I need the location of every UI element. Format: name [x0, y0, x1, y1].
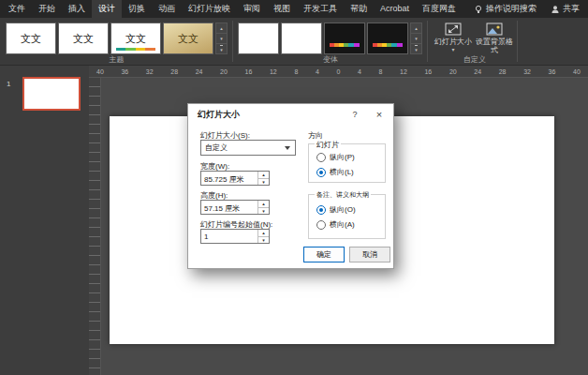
- spin-down-icon[interactable]: ▾: [258, 179, 269, 186]
- notes-group-label: 备注、讲义和大纲: [315, 190, 371, 200]
- width-spinner[interactable]: 85.725 厘米 ▴ ▾: [200, 171, 270, 186]
- notes-orientation-group: 备注、讲义和大纲 纵向(O) 横向(A): [308, 194, 386, 239]
- tab-acrobat[interactable]: Acrobat: [374, 0, 416, 18]
- theme-thumbnail-3[interactable]: 文文: [110, 22, 161, 54]
- slide-number: 1: [7, 80, 10, 88]
- theme-thumbnail-4[interactable]: 文文: [163, 22, 213, 54]
- themes-gallery-scroll: ▴ ▾ ▾: [215, 22, 228, 54]
- tab-developer[interactable]: 开发工具: [297, 0, 344, 18]
- spin-up-icon[interactable]: ▴: [258, 201, 269, 208]
- slides-landscape-radio[interactable]: 横向(L): [316, 167, 354, 177]
- start-number-spinner[interactable]: 1 ▴ ▾: [200, 229, 270, 244]
- theme-thumbnail-2[interactable]: 文文: [58, 22, 109, 54]
- slide-size-dropdown-value: 自定义: [205, 142, 228, 153]
- themes-scroll-down-icon[interactable]: ▾: [215, 34, 228, 44]
- person-icon: [551, 5, 560, 14]
- radio-checked-icon: [316, 205, 326, 215]
- tell-me-label: 操作说明搜索: [486, 3, 537, 15]
- variant-thumbnail-3[interactable]: [324, 22, 365, 54]
- cancel-button[interactable]: 取消: [349, 247, 390, 262]
- help-icon[interactable]: ?: [343, 104, 367, 125]
- slides-orientation-group: 幻灯片 纵向(P) 横向(L): [308, 143, 386, 183]
- variants-scroll-down-icon[interactable]: ▾: [410, 34, 422, 44]
- variants-group-label: 变体: [238, 54, 423, 66]
- slide-size-icon: [445, 20, 462, 38]
- customize-group-label: 自定义: [433, 54, 517, 66]
- slides-group-label: 幻灯片: [315, 140, 341, 150]
- spin-down-icon[interactable]: ▾: [258, 237, 269, 244]
- height-spinner[interactable]: 57.15 厘米 ▴ ▾: [200, 200, 270, 215]
- slides-portrait-radio[interactable]: 纵向(P): [316, 152, 355, 162]
- menubar: 文件 开始 插入 设计 切换 动画 幻灯片放映 审阅 视图 开发工具 帮助 Ac…: [0, 0, 588, 18]
- theme-thumbnail-1[interactable]: 文文: [6, 22, 56, 54]
- variants-gallery-scroll: ▴ ▾ ▾: [410, 22, 422, 54]
- start-number-value: 1: [201, 230, 257, 243]
- tab-animations[interactable]: 动画: [152, 0, 182, 18]
- variant-thumbnail-1[interactable]: [238, 22, 279, 54]
- variant-color-strip: [373, 43, 403, 47]
- tab-transitions[interactable]: 切换: [122, 0, 152, 18]
- spin-down-icon[interactable]: ▾: [258, 208, 269, 215]
- tab-home[interactable]: 开始: [32, 0, 62, 18]
- theme-sample-text: 文文: [21, 32, 41, 46]
- radio-checked-icon: [316, 168, 326, 177]
- share-button[interactable]: 共享: [551, 3, 580, 15]
- horizontal-ruler: 4036 3228 2420 1612 84 04 812 1620 2428 …: [89, 66, 588, 78]
- slide-size-dropdown[interactable]: 自定义: [200, 140, 296, 156]
- variants-more-icon[interactable]: ▾: [410, 44, 422, 54]
- ribbon-design: 文文 文文 文文 文文 ▴ ▾ ▾ 主题 ▴ ▾ ▾: [0, 18, 588, 66]
- radio-icon: [316, 153, 326, 162]
- tab-help[interactable]: 帮助: [344, 0, 374, 18]
- vertical-ruler: [89, 78, 101, 375]
- slide-1-thumbnail[interactable]: [22, 77, 81, 111]
- spin-up-icon[interactable]: ▴: [258, 230, 269, 237]
- group-divider: [232, 21, 233, 62]
- powerpoint-window: 文件 开始 插入 设计 切换 动画 幻灯片放映 审阅 视图 开发工具 帮助 Ac…: [0, 0, 588, 375]
- lightbulb-icon: [474, 5, 483, 14]
- tell-me-search[interactable]: 操作说明搜索: [474, 3, 537, 15]
- group-divider: [517, 21, 518, 62]
- height-value: 57.15 厘米: [201, 201, 257, 214]
- chevron-down-icon: ▾: [451, 46, 454, 54]
- variants-scroll-up-icon[interactable]: ▴: [410, 22, 422, 34]
- themes-group-label: 主题: [6, 54, 228, 66]
- ok-button[interactable]: 确定: [303, 247, 345, 262]
- tab-view[interactable]: 视图: [267, 0, 297, 18]
- theme-sample-text: 文文: [125, 32, 146, 46]
- close-icon[interactable]: ×: [365, 104, 393, 125]
- share-label: 共享: [563, 3, 580, 15]
- format-background-label: 设置背景格式: [474, 38, 515, 54]
- variant-thumbnail-2[interactable]: [281, 22, 322, 54]
- spin-up-icon[interactable]: ▴: [258, 172, 269, 179]
- themes-scroll-up-icon[interactable]: ▴: [215, 22, 228, 34]
- slides-panel: 1: [0, 66, 89, 375]
- slide-size-label: 幻灯片大小: [434, 38, 472, 46]
- theme-sample-text: 文文: [178, 32, 198, 46]
- tab-insert[interactable]: 插入: [62, 0, 92, 18]
- variant-thumbnail-4[interactable]: [367, 22, 408, 54]
- notes-portrait-radio[interactable]: 纵向(O): [316, 204, 356, 215]
- tab-file[interactable]: 文件: [2, 0, 32, 18]
- chevron-down-icon: [285, 146, 290, 150]
- notes-landscape-radio[interactable]: 横向(A): [316, 219, 355, 230]
- themes-more-icon[interactable]: ▾: [215, 44, 228, 54]
- format-background-icon: [486, 20, 503, 38]
- width-value: 85.725 厘米: [201, 172, 257, 185]
- tab-design[interactable]: 设计: [92, 0, 122, 18]
- variant-color-strip: [330, 43, 360, 47]
- tab-slideshow[interactable]: 幻灯片放映: [182, 0, 237, 18]
- theme-sample-text: 文文: [73, 32, 94, 46]
- theme-color-strip: [116, 48, 155, 51]
- radio-icon: [316, 220, 326, 230]
- group-divider: [427, 21, 428, 62]
- tab-review[interactable]: 审阅: [237, 0, 267, 18]
- slide-size-dialog: 幻灯片大小 ? × 幻灯片大小(S): 自定义 宽度(W): 85.725 厘米…: [187, 103, 394, 269]
- tab-baidu-netdisk[interactable]: 百度网盘: [416, 0, 463, 18]
